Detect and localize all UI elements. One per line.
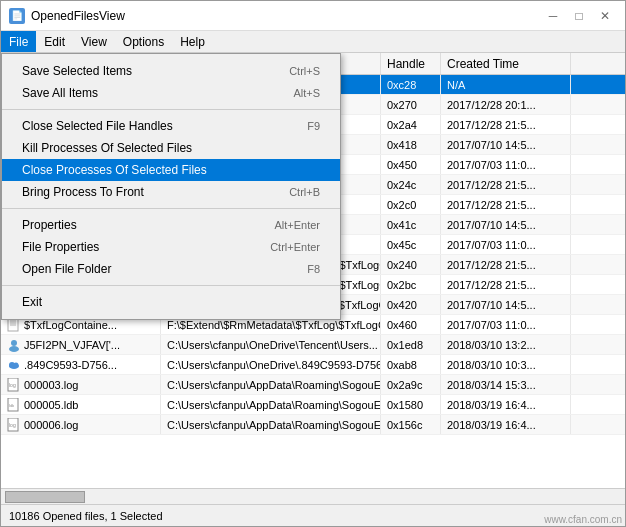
separator-2 [2,208,340,209]
open-folder-item[interactable]: Open File Folder F8 [2,258,340,280]
watermark: www.cfan.com.cn [544,514,622,525]
table-row[interactable]: log 000006.log C:\Users\cfanpu\AppData\R… [1,415,625,435]
cell-path: C:\Users\cfanpu\AppData\Roaming\SogouExp… [161,375,381,394]
minimize-button[interactable]: ─ [541,6,565,26]
menu-help[interactable]: Help [172,31,213,52]
cell-handle: 0x2a9c [381,375,441,394]
window-controls: ─ □ ✕ [541,6,617,26]
save-selected-label: Save Selected Items [22,64,132,78]
col-header-handle[interactable]: Handle [381,53,441,74]
menu-view[interactable]: View [73,31,115,52]
cell-handle: 0xab8 [381,355,441,374]
menu-section-2: Close Selected File Handles F9 Kill Proc… [2,113,340,205]
cell-handle: 0x2a4 [381,115,441,134]
svg-point-53 [9,346,19,352]
cell-created: 2018/03/10 10:3... [441,355,571,374]
open-folder-shortcut: F8 [307,263,320,275]
table-row[interactable]: log 000003.log C:\Users\cfanpu\AppData\R… [1,375,625,395]
main-window: 📄 OpenedFilesView ─ □ ✕ File Edit View O… [0,0,626,527]
cell-filename: log 000003.log [1,375,161,394]
cell-handle: 0x240 [381,255,441,274]
cell-path: C:\Users\cfanpu\AppData\Roaming\SogouExp… [161,415,381,434]
cell-created: 2017/07/10 14:5... [441,295,571,314]
cell-handle: 0x420 [381,295,441,314]
kill-processes-item[interactable]: Kill Processes Of Selected Files [2,137,340,159]
svg-text:log: log [9,422,16,428]
cell-created: N/A [441,75,571,94]
cell-handle: 0xc28 [381,75,441,94]
cell-filename: J5FI2PN_VJFAV['... [1,335,161,354]
col-header-created[interactable]: Created Time [441,53,571,74]
cell-handle: 0x1580 [381,395,441,414]
properties-item[interactable]: Properties Alt+Enter [2,214,340,236]
maximize-button[interactable]: □ [567,6,591,26]
horizontal-scrollbar[interactable] [1,488,625,504]
bring-front-item[interactable]: Bring Process To Front Ctrl+B [2,181,340,203]
exit-label: Exit [22,295,42,309]
menu-section-3: Properties Alt+Enter File Properties Ctr… [2,212,340,282]
cell-handle: 0x24c [381,175,441,194]
cell-created: 2017/07/03 11:0... [441,235,571,254]
cell-path: C:\Users\cfanpu\OneDrive\.849C9593-D756-… [161,355,381,374]
cell-handle: 0x2c0 [381,195,441,214]
cell-created: 2017/12/28 21:5... [441,255,571,274]
menu-bar: File Edit View Options Help [1,31,625,53]
cell-handle: 0x418 [381,135,441,154]
cell-handle: 0x450 [381,155,441,174]
cell-filename: .849C9593-D756... [1,355,161,374]
cell-path: C:\Users\cfanpu\OneDrive\Tencent\Users..… [161,335,381,354]
cell-handle: 0x460 [381,315,441,334]
file-dropdown-menu: Save Selected Items Ctrl+S Save All Item… [1,53,341,320]
bring-front-label: Bring Process To Front [22,185,144,199]
status-text: 10186 Opened files, 1 Selected [9,510,163,522]
close-processes-item[interactable]: Close Processes Of Selected Files [2,159,340,181]
table-row[interactable]: J5FI2PN_VJFAV['... C:\Users\cfanpu\OneDr… [1,335,625,355]
menu-edit[interactable]: Edit [36,31,73,52]
close-file-handles-shortcut: F9 [307,120,320,132]
cell-handle: 0x2bc [381,275,441,294]
properties-label: Properties [22,218,77,232]
cell-created: 2017/07/10 14:5... [441,215,571,234]
app-icon: 📄 [9,8,25,24]
row-icon: log [7,418,21,432]
table-row[interactable]: .849C9593-D756... C:\Users\cfanpu\OneDri… [1,355,625,375]
svg-point-52 [11,340,17,346]
close-file-handles-label: Close Selected File Handles [22,119,173,133]
cell-created: 2018/03/14 15:3... [441,375,571,394]
cell-created: 2017/12/28 21:5... [441,195,571,214]
save-all-item[interactable]: Save All Items Alt+S [2,82,340,104]
cell-created: 2017/12/28 20:1... [441,95,571,114]
scroll-thumb[interactable] [5,491,85,503]
cell-created: 2017/07/03 11:0... [441,315,571,334]
window-title: OpenedFilesView [31,9,541,23]
row-icon [7,338,21,352]
bring-front-shortcut: Ctrl+B [289,186,320,198]
svg-text:log: log [9,382,16,388]
close-file-handles-item[interactable]: Close Selected File Handles F9 [2,115,340,137]
cell-path: C:\Users\cfanpu\AppData\Roaming\SogouExp… [161,395,381,414]
menu-section-4: Exit [2,289,340,315]
cell-created: 2018/03/19 16:4... [441,415,571,434]
cell-handle: 0x156c [381,415,441,434]
close-button[interactable]: ✕ [593,6,617,26]
cell-created: 2017/12/28 21:5... [441,115,571,134]
save-selected-item[interactable]: Save Selected Items Ctrl+S [2,60,340,82]
table-row[interactable]: ldb 000005.ldb C:\Users\cfanpu\AppData\R… [1,395,625,415]
menu-file[interactable]: File [1,31,36,52]
row-icon: ldb [7,398,21,412]
file-properties-item[interactable]: File Properties Ctrl+Enter [2,236,340,258]
exit-item[interactable]: Exit [2,291,340,313]
menu-options[interactable]: Options [115,31,172,52]
file-properties-label: File Properties [22,240,99,254]
cell-created: 2018/03/19 16:4... [441,395,571,414]
separator-3 [2,285,340,286]
save-all-label: Save All Items [22,86,98,100]
kill-processes-label: Kill Processes Of Selected Files [22,141,192,155]
cell-created: 2017/07/10 14:5... [441,135,571,154]
svg-point-56 [14,362,19,367]
cell-created: 2017/12/28 21:5... [441,275,571,294]
save-selected-shortcut: Ctrl+S [289,65,320,77]
separator-1 [2,109,340,110]
row-icon: log [7,378,21,392]
cell-handle: 0x45c [381,235,441,254]
